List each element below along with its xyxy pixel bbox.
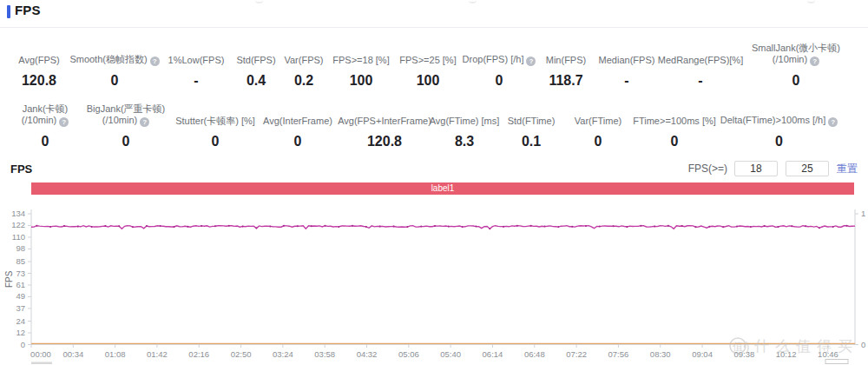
svg-text:01:08: 01:08 (105, 349, 126, 359)
metric-label: 1%Low(FPS) (168, 40, 225, 66)
metric-value: 8.3 (455, 134, 474, 149)
metric-label: Delta(FTime)>100ms [/h]? (720, 101, 838, 127)
fps-line-chart: 13412211098857361493724120FPS00:0000:340… (0, 200, 868, 365)
metric-value: 0 (122, 134, 130, 149)
metric-value: - (624, 73, 628, 89)
title-accent-bar (7, 5, 10, 18)
metric-value: 0 (294, 134, 302, 149)
cropped-glyph (255, 0, 263, 3)
metric-value: - (698, 73, 702, 89)
fps-threshold-input-2[interactable] (786, 161, 829, 176)
help-icon[interactable]: ? (140, 117, 149, 127)
metric-cell: Avg(FPS+InterFrame)120.8 (335, 101, 434, 149)
metric-cell: FPS>=18 [%]100 (328, 40, 394, 89)
metric-cell: FPS>=25 [%]100 (394, 40, 462, 89)
metric-label: Drop(FPS) [/h]? (463, 40, 536, 66)
reset-link[interactable]: 重置 (837, 162, 858, 176)
metric-label: BigJank(严重卡顿)(/10min)? (87, 101, 165, 127)
svg-text:85: 85 (16, 256, 25, 266)
svg-text:): ) (746, 340, 750, 354)
metric-label: MedRange(FPS)[%] (658, 40, 743, 66)
metric-cell: Drop(FPS) [/h]?0 (462, 40, 536, 89)
metrics-row-2: Jank(卡顿)(/10min)?0BigJank(严重卡顿)(/10min)?… (9, 101, 838, 149)
metric-value: 100 (417, 73, 440, 89)
metric-value: 0 (671, 134, 679, 149)
fps-threshold-controls: FPS(>=) 重置 (688, 161, 858, 176)
metric-value: 0 (42, 134, 49, 149)
svg-text:122: 122 (11, 220, 25, 229)
svg-text:73: 73 (16, 269, 25, 278)
svg-text:01:42: 01:42 (147, 349, 168, 359)
divider (0, 27, 868, 28)
svg-text:06:48: 06:48 (524, 349, 545, 359)
svg-text:08:30: 08:30 (650, 349, 671, 359)
metric-cell: Var(FPS)0.2 (279, 40, 328, 89)
fps-report-page: FPS Avg(FPS)120.8Smooth(稳帧指数)?01%Low(FPS… (0, 0, 868, 365)
svg-text:03:58: 03:58 (314, 349, 335, 359)
svg-text:0: 0 (861, 340, 865, 349)
svg-text:02:16: 02:16 (188, 349, 209, 359)
metric-value: 120.8 (22, 73, 56, 89)
svg-text:0: 0 (21, 340, 25, 349)
svg-text:值: 值 (733, 341, 743, 353)
fps-threshold-input-1[interactable] (734, 161, 778, 176)
metrics-row-1: Avg(FPS)120.8Smooth(稳帧指数)?01%Low(FPS)-St… (9, 40, 849, 89)
metric-cell: Std(FTime)0.1 (495, 101, 568, 149)
metric-cell: Avg(InterFrame)0 (260, 101, 335, 149)
help-icon[interactable]: ? (828, 117, 838, 127)
metric-cell: MedRange(FPS)[%]- (658, 40, 743, 89)
svg-text:05:06: 05:06 (398, 349, 419, 359)
metric-cell: 1%Low(FPS)- (160, 40, 233, 89)
svg-text:00:00: 00:00 (30, 349, 51, 359)
metric-cell: Delta(FTime)>100ms [/h]?0 (720, 101, 838, 149)
metric-label: Avg(FPS+InterFrame) (338, 101, 431, 127)
metric-label: SmallJank(微小卡顿)(/10min)? (752, 40, 840, 66)
svg-text:FPS: FPS (4, 270, 14, 288)
help-icon[interactable]: ? (150, 56, 160, 66)
cropped-glyph (469, 0, 477, 3)
svg-text:什么值得买: 什么值得买 (753, 338, 858, 355)
metric-cell: SmallJank(微小卡顿)(/10min)?0 (743, 40, 849, 89)
svg-text:98: 98 (16, 243, 25, 253)
metric-value: 118.7 (549, 73, 582, 89)
help-icon[interactable]: ? (810, 56, 819, 66)
scene-label-band: label1 (31, 182, 854, 195)
metric-label: FPS>=25 [%] (399, 40, 456, 66)
metric-label: Std(FTime) (508, 101, 556, 127)
fps-threshold-label: FPS(>=) (688, 163, 727, 175)
metric-label: FTime>=100ms [%] (633, 101, 716, 127)
metric-label: Var(FPS) (284, 40, 323, 66)
metric-label: Jank(卡顿)(/10min)? (22, 101, 69, 127)
svg-text:03:24: 03:24 (273, 349, 293, 359)
metric-cell: Std(FPS)0.4 (233, 40, 279, 89)
metric-label: Avg(FTime) [ms] (430, 101, 500, 127)
help-icon[interactable]: ? (526, 56, 536, 66)
svg-text:37: 37 (16, 303, 25, 313)
cropped-glyph (807, 0, 815, 3)
metric-cell: FTime>=100ms [%]0 (628, 101, 720, 149)
svg-text:02:50: 02:50 (231, 349, 252, 359)
metric-cell: Avg(FTime) [ms]8.3 (434, 101, 495, 149)
page-title: FPS (15, 3, 41, 17)
metric-label: Avg(InterFrame) (263, 101, 332, 127)
svg-text:134: 134 (11, 209, 25, 218)
metric-value: 120.8 (367, 134, 402, 149)
metric-value: 0.4 (247, 73, 266, 89)
svg-text:49: 49 (16, 291, 25, 301)
metric-value: 0.2 (294, 73, 313, 89)
metric-value: 0 (212, 134, 220, 149)
metric-cell: Var(FTime)0 (568, 101, 628, 149)
help-icon[interactable]: ? (59, 117, 69, 127)
svg-text:06:14: 06:14 (483, 349, 503, 359)
svg-text:09:04: 09:04 (692, 349, 713, 359)
svg-text:07:22: 07:22 (566, 349, 587, 359)
metric-value: 0 (775, 134, 783, 149)
svg-text:110: 110 (12, 232, 25, 242)
metric-value: 100 (350, 73, 373, 89)
metric-value: 0 (595, 134, 602, 149)
metric-label: Var(FTime) (575, 101, 621, 127)
metric-label: Min(FPS) (546, 40, 586, 66)
metric-value: 0 (496, 73, 503, 89)
metric-label: FPS>=18 [%] (332, 40, 389, 66)
metric-cell: Stutter(卡顿率) [%]0 (170, 101, 260, 149)
